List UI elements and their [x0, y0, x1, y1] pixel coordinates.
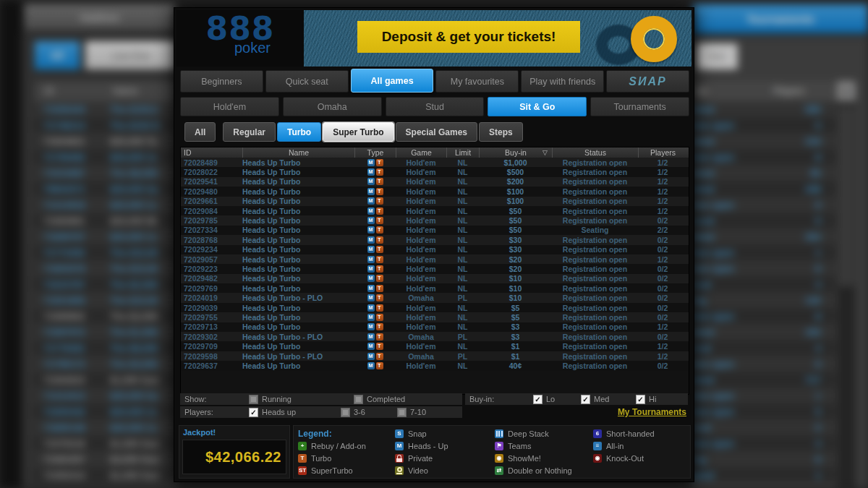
unchecked-checkbox-icon[interactable]: [341, 408, 350, 417]
swim-ring-icon: [631, 16, 677, 62]
cell-players: 1/2: [638, 352, 687, 361]
checkbox-option-7-10[interactable]: 7-10: [397, 406, 426, 418]
cell-id: 72029769: [181, 284, 242, 293]
checkbox-option-3-6[interactable]: 3-6: [341, 406, 365, 418]
table-row[interactable]: 72028022Heads Up TurboMTHold'emNL$500Reg…: [181, 167, 689, 176]
filter-button-regular[interactable]: Regular: [223, 122, 276, 142]
filter-button-super-turbo[interactable]: Super Turbo: [323, 122, 393, 142]
turbo-icon: T: [376, 246, 383, 253]
showme-icon: ◉: [495, 454, 503, 463]
cell-players: 0/2: [638, 313, 687, 322]
table-row[interactable]: 72029084Heads Up TurboMTHold'emNL$50Regi…: [181, 206, 689, 215]
column-header-buy-in[interactable]: Buy-in▽: [479, 147, 552, 158]
private-icon: [395, 454, 404, 463]
cell-players: 0/2: [638, 236, 687, 244]
heads-up-icon: M: [367, 275, 375, 282]
table-row[interactable]: 72029709Heads Up TurboMTHold'emNL$1Regis…: [181, 341, 689, 351]
table-row[interactable]: 72029480Heads Up TurboMTHold'emNL$100Reg…: [181, 187, 689, 196]
column-header-limit[interactable]: Limit: [446, 147, 479, 158]
checkbox-option-heads-up[interactable]: ✓Heads up: [249, 406, 296, 418]
checkbox-option-med[interactable]: ✓Med: [581, 393, 609, 405]
table-row[interactable]: 72029713Heads Up TurboMTHold'emNL$3Regis…: [181, 322, 689, 332]
table-row[interactable]: 72029755Heads Up TurboMTHold'emNL$5Regis…: [181, 312, 689, 322]
sort-descending-icon[interactable]: ▽: [542, 149, 548, 156]
cell-name: Heads Up Turbo: [242, 207, 354, 215]
tab-tournaments[interactable]: Tournaments: [590, 97, 689, 116]
cell-status: Registration open: [552, 216, 638, 225]
column-header-name[interactable]: Name: [242, 147, 354, 158]
tab-s-ap[interactable]: SИAP: [606, 70, 689, 93]
checkbox-option-completed[interactable]: Completed: [354, 393, 405, 405]
table-row[interactable]: 72029482Heads Up TurboMTHold'emNL$10Regi…: [181, 274, 689, 283]
column-header-type[interactable]: Type: [354, 147, 396, 158]
tab-quick-seat[interactable]: Quick seat: [265, 70, 349, 93]
checked-checkbox-icon[interactable]: ✓: [533, 395, 542, 404]
checked-checkbox-icon[interactable]: ✓: [581, 395, 590, 404]
legend-label: Video: [408, 466, 428, 475]
tab-hold-em[interactable]: Hold'em: [180, 97, 279, 116]
table-row[interactable]: 72029302Heads Up Turbo - PLOMTOmahaPL$3R…: [181, 332, 689, 341]
table-row[interactable]: 72024019Heads Up Turbo - PLOMTOmahaPL$10…: [181, 293, 689, 302]
table-row[interactable]: 72029039Heads Up TurboMTHold'emNL$5Regis…: [181, 303, 689, 312]
cell-type: MT: [354, 217, 396, 224]
table-row[interactable]: 72029769Heads Up TurboMTHold'emNL$10Regi…: [181, 283, 689, 293]
table-row[interactable]: 72029661Heads Up TurboMTHold'emNL$100Reg…: [181, 197, 689, 206]
column-header-players[interactable]: Players: [638, 147, 687, 158]
cell-status: Registration open: [552, 284, 638, 293]
tab-beginners[interactable]: Beginners: [180, 70, 263, 93]
promo-banner[interactable]: Deposit & get your tickets!: [304, 10, 692, 67]
cell-name: Heads Up Turbo: [242, 216, 354, 225]
filter-button-all[interactable]: All: [184, 122, 216, 142]
tab-stud[interactable]: Stud: [386, 97, 485, 116]
heads-up-icon: M: [367, 304, 375, 312]
cell-limit: NL: [446, 342, 479, 351]
table-row[interactable]: 72029234Heads Up TurboMTHold'emNL$30Regi…: [181, 245, 689, 254]
filter-button-steps[interactable]: Steps: [479, 122, 523, 142]
cell-game: Hold'em: [396, 216, 446, 225]
filter-button-turbo[interactable]: Turbo: [277, 122, 321, 142]
show-label: Show:: [184, 393, 207, 405]
cell-id: 72029637: [181, 361, 242, 370]
tab-my-favourites[interactable]: My favourites: [435, 70, 519, 93]
column-header-id[interactable]: ID: [181, 147, 242, 158]
my-tournaments-link[interactable]: My Tournaments: [618, 406, 686, 418]
tab-all-games[interactable]: All games: [351, 69, 434, 93]
cell-buyin: $10: [479, 284, 552, 293]
table-row[interactable]: 72029057Heads Up TurboMTHold'emNL$20Regi…: [181, 254, 689, 264]
cell-id: 72028022: [181, 168, 242, 176]
cell-id: 72029785: [181, 216, 242, 225]
turbo-icon: T: [376, 159, 383, 166]
unchecked-checkbox-icon[interactable]: [249, 395, 258, 404]
checkbox-option-lo[interactable]: ✓Lo: [533, 393, 555, 405]
tab-sit-go[interactable]: Sit & Go: [488, 97, 587, 116]
tab-play-with-friends[interactable]: Play with friends: [521, 70, 604, 93]
table-row[interactable]: 72029785Heads Up TurboMTHold'emNL$50Regi…: [181, 215, 689, 225]
screen: Hold'em All Live Eve ID Name 71556444The…: [0, 0, 868, 488]
checkbox-option-hi[interactable]: ✓Hi: [636, 393, 656, 405]
cell-buyin: $30: [479, 236, 552, 244]
checked-checkbox-icon[interactable]: ✓: [636, 395, 645, 404]
unchecked-checkbox-icon[interactable]: [354, 395, 363, 404]
column-header-status[interactable]: Status: [552, 147, 638, 158]
table-row[interactable]: 72029223Heads Up TurboMTHold'emNL$20Regi…: [181, 264, 689, 273]
table-row[interactable]: 72029598Heads Up Turbo - PLOMTOmahaPL$1R…: [181, 351, 689, 361]
cell-buyin: $20: [479, 255, 552, 264]
deposit-tickets-button[interactable]: Deposit & get your tickets!: [357, 21, 580, 53]
cell-buyin: $5: [479, 313, 552, 322]
legend-item-double-or-nothing: ⇄Double or Nothing: [495, 464, 572, 476]
cell-buyin: $100: [479, 197, 552, 205]
checked-checkbox-icon[interactable]: ✓: [249, 408, 258, 417]
table-row[interactable]: 72028489Heads Up TurboMTHold'emNL$1,000R…: [181, 158, 689, 167]
unchecked-checkbox-icon[interactable]: [397, 408, 407, 417]
table-row[interactable]: 72027334Heads Up TurboMTHold'emNL$50Seat…: [181, 226, 689, 235]
column-header-game[interactable]: Game: [396, 147, 446, 158]
heads-up-icon: M: [367, 207, 375, 215]
checkbox-option-running[interactable]: Running: [249, 393, 292, 405]
video-icon: [395, 466, 404, 475]
table-row[interactable]: 72028768Heads Up TurboMTHold'emNL$30Regi…: [181, 235, 689, 244]
cell-type: MT: [354, 353, 396, 360]
filter-button-special-games[interactable]: Special Games: [396, 122, 477, 142]
table-row[interactable]: 72029541Heads Up TurboMTHold'emNL$200Reg…: [181, 177, 689, 187]
table-row[interactable]: 72029637Heads Up TurboMTHold'emNL40¢Regi…: [181, 361, 689, 370]
tab-omaha[interactable]: Omaha: [283, 97, 382, 116]
